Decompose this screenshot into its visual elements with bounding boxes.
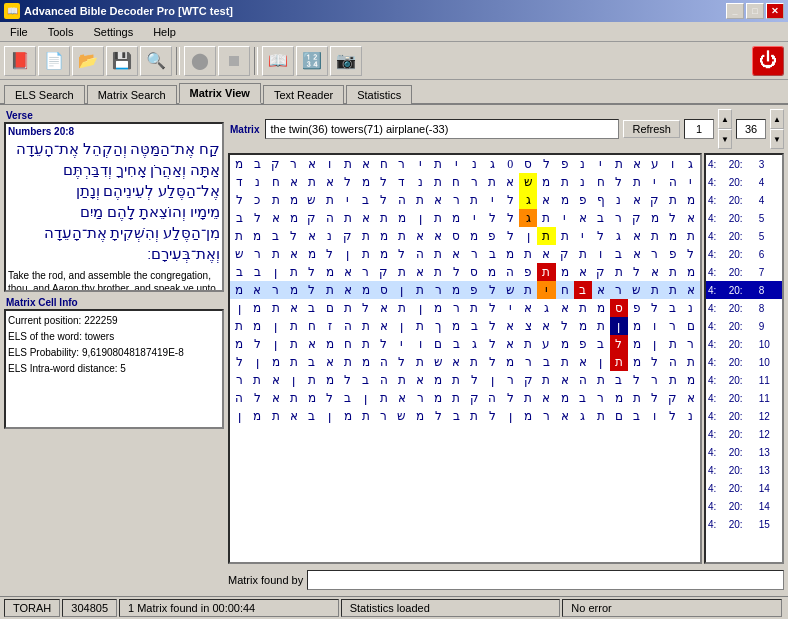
matrix-cell[interactable]: א [375, 299, 393, 317]
matrix-cell[interactable]: ג [465, 335, 483, 353]
matrix-cell[interactable]: ל [483, 299, 501, 317]
matrix-cell[interactable]: ר [610, 209, 628, 227]
matrix-cell[interactable]: ס [610, 299, 628, 317]
matrix-cell[interactable]: ם [610, 407, 628, 425]
matrix-cell[interactable]: ל [248, 209, 266, 227]
matrix-cell[interactable]: ו [664, 155, 682, 173]
matrix-cell[interactable]: א [628, 227, 646, 245]
matrix-cell[interactable]: ק [267, 155, 285, 173]
matrix-cell[interactable]: ת [556, 353, 574, 371]
matrix-cell[interactable]: ר [375, 407, 393, 425]
matrix-cell[interactable]: ה [230, 389, 248, 407]
matrix-cell[interactable]: ן [230, 299, 248, 317]
matrix-cell[interactable]: ר [664, 317, 682, 335]
matrix-cell[interactable]: ל [483, 209, 501, 227]
matrix-cell[interactable]: ח [303, 317, 321, 335]
matrix-cell[interactable]: מ [465, 227, 483, 245]
matrix-cell[interactable]: מ [664, 227, 682, 245]
matrix-cell[interactable]: ת [393, 371, 411, 389]
matrix-cell[interactable]: ן [393, 317, 411, 335]
matrix-cell[interactable]: ק [339, 227, 357, 245]
matrix-cell[interactable]: ת [574, 245, 592, 263]
matrix-cell[interactable]: י [483, 191, 501, 209]
matrix-cell[interactable]: מ [628, 353, 646, 371]
matrix-cell[interactable]: מ [285, 191, 303, 209]
matrix-cell[interactable]: ל [592, 227, 610, 245]
matrix-cell[interactable]: א [682, 209, 700, 227]
matrix-cell[interactable]: ת [357, 335, 375, 353]
matrix-cell[interactable]: ב [230, 209, 248, 227]
matrix-cell[interactable]: י [556, 209, 574, 227]
matrix-cell[interactable]: מ [375, 245, 393, 263]
matrix-cell[interactable]: ת [519, 335, 537, 353]
matrix-cell[interactable]: ס [519, 155, 537, 173]
matrix-cell[interactable]: ת [628, 389, 646, 407]
menu-file[interactable]: File [4, 24, 34, 40]
matrix-cell[interactable]: ב [610, 371, 628, 389]
matrix-cell[interactable]: א [248, 281, 266, 299]
matrix-cell[interactable]: א [285, 299, 303, 317]
matrix-cell[interactable]: ו [646, 407, 664, 425]
matrix-cell[interactable]: א [303, 335, 321, 353]
matrix-cell[interactable]: מ [267, 353, 285, 371]
matrix-cell[interactable]: מ [230, 281, 248, 299]
matrix-cell[interactable]: מ [501, 245, 519, 263]
matrix-cell[interactable]: א [592, 281, 610, 299]
matrix-cell[interactable]: ת [664, 263, 682, 281]
matrix-cell[interactable]: ל [230, 353, 248, 371]
matrix-cell[interactable]: ח [339, 335, 357, 353]
matrix-cell[interactable]: ל [375, 335, 393, 353]
matrix-cell[interactable]: ת [610, 263, 628, 281]
search-tool-button[interactable]: 🔍 [140, 46, 172, 76]
matrix-cell[interactable]: ת [592, 371, 610, 389]
matrix-cell[interactable]: ב [465, 317, 483, 335]
matrix-cell[interactable]: מ [447, 209, 465, 227]
matrix-cell[interactable]: ת [411, 353, 429, 371]
matrix-cell[interactable]: מ [429, 299, 447, 317]
matrix-cell[interactable]: ב [357, 371, 375, 389]
stop-tool-button[interactable]: ⏹ [218, 46, 250, 76]
matrix-cell[interactable]: א [682, 281, 700, 299]
matrix-cell[interactable]: ל [628, 371, 646, 389]
matrix-cell[interactable]: א [303, 227, 321, 245]
matrix-cell[interactable]: מ [303, 389, 321, 407]
matrix-cell[interactable]: ה [574, 371, 592, 389]
matrix-cell[interactable]: ש [628, 281, 646, 299]
matrix-cell[interactable]: מ [357, 281, 375, 299]
matrix-cell[interactable]: ן [483, 371, 501, 389]
matrix-cell[interactable]: ל [321, 389, 339, 407]
matrix-cell[interactable]: א [285, 407, 303, 425]
matrix-cell[interactable]: ל [556, 317, 574, 335]
matrix-cell[interactable]: ר [646, 371, 664, 389]
matrix-cell[interactable]: מ [646, 209, 664, 227]
matrix-cell[interactable]: ב [357, 191, 375, 209]
matrix-cell[interactable]: ת [285, 389, 303, 407]
matrix-cell[interactable]: ל [483, 335, 501, 353]
matrix-cell[interactable]: א [501, 317, 519, 335]
matrix-cell[interactable]: ת [285, 263, 303, 281]
matrix-cell[interactable]: ם [429, 335, 447, 353]
matrix-cell[interactable]: ל [375, 173, 393, 191]
matrix-cell[interactable]: א [411, 263, 429, 281]
matrix-cell[interactable]: נ [321, 227, 339, 245]
camera-tool-button[interactable]: 📷 [330, 46, 362, 76]
matrix-cell[interactable]: ן [248, 353, 266, 371]
matrix-cell[interactable]: מ [519, 407, 537, 425]
matrix-cell[interactable]: ת [447, 371, 465, 389]
matrix-cell[interactable]: ל [465, 371, 483, 389]
matrix-cell[interactable]: א [285, 245, 303, 263]
matrix-cell[interactable]: ה [321, 209, 339, 227]
matrix-cell[interactable]: ל [537, 155, 555, 173]
matrix-cell[interactable]: ת [682, 353, 700, 371]
matrix-cell[interactable]: ל [646, 389, 664, 407]
matrix-cell[interactable]: א [628, 245, 646, 263]
matrix-cell[interactable]: ר [537, 407, 555, 425]
matrix-cell[interactable]: ל [483, 407, 501, 425]
matrix-cell[interactable]: ב [447, 407, 465, 425]
matrix-found-input[interactable] [307, 570, 784, 590]
matrix-cell[interactable]: ב [574, 389, 592, 407]
matrix-cell[interactable]: מ [321, 263, 339, 281]
matrix-cell[interactable]: ג [483, 155, 501, 173]
matrix-search-input[interactable] [265, 119, 619, 139]
matrix-cell[interactable]: ל [303, 263, 321, 281]
